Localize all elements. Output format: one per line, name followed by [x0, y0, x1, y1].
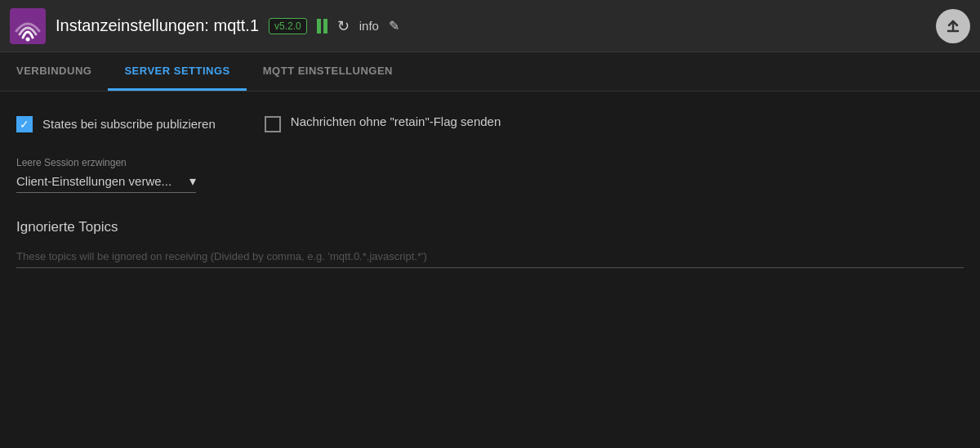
topics-title: Ignorierte Topics	[16, 219, 964, 235]
tab-mqtt-einstellungen[interactable]: MQTT EINSTELLUNGEN	[247, 52, 409, 91]
refresh-button[interactable]: ↻	[337, 17, 350, 35]
header-right	[936, 9, 970, 43]
tab-server-settings[interactable]: SERVER SETTINGS	[108, 52, 246, 91]
checkmark-icon: ✓	[20, 119, 29, 130]
svg-point-1	[26, 37, 30, 41]
retain-flag-item: Nachrichten ohne "retain"-Flag senden	[265, 114, 501, 132]
topics-input[interactable]	[16, 245, 964, 268]
states-subscribe-item: ✓ States bei subscribe publizieren	[16, 114, 216, 132]
header: Instanzeinstellungen: mqtt.1 v5.2.0 ↻ in…	[0, 0, 980, 52]
version-badge: v5.2.0	[269, 18, 307, 34]
nav-tabs: VERBINDUNG SERVER SETTINGS MQTT EINSTELL…	[0, 52, 980, 92]
upload-button[interactable]	[936, 9, 970, 43]
topics-section: Ignorierte Topics	[16, 219, 964, 268]
tab-verbindung[interactable]: VERBINDUNG	[13, 52, 108, 91]
dropdown-control[interactable]: Client-Einstellungen verwe... ▾	[16, 173, 196, 193]
edit-button[interactable]: ✎	[389, 18, 399, 34]
upload-icon	[945, 18, 961, 34]
pause-button[interactable]	[317, 19, 327, 34]
checkbox-row: ✓ States bei subscribe publizieren Nachr…	[16, 114, 964, 132]
states-subscribe-label: States bei subscribe publizieren	[42, 117, 216, 131]
content-area: ✓ States bei subscribe publizieren Nachr…	[0, 92, 980, 284]
dropdown-section: Leere Session erzwingen Client-Einstellu…	[16, 157, 964, 193]
retain-flag-checkbox[interactable]	[265, 116, 281, 132]
chevron-down-icon: ▾	[189, 173, 196, 189]
states-subscribe-checkbox[interactable]: ✓	[16, 116, 33, 132]
app-logo	[10, 8, 46, 44]
dropdown-label: Leere Session erzwingen	[16, 157, 964, 168]
info-button[interactable]: info	[359, 19, 379, 33]
dropdown-value: Client-Einstellungen verwe...	[16, 174, 189, 188]
page-title: Instanzeinstellungen: mqtt.1	[56, 16, 259, 35]
retain-flag-label: Nachrichten ohne "retain"-Flag senden	[291, 114, 501, 128]
